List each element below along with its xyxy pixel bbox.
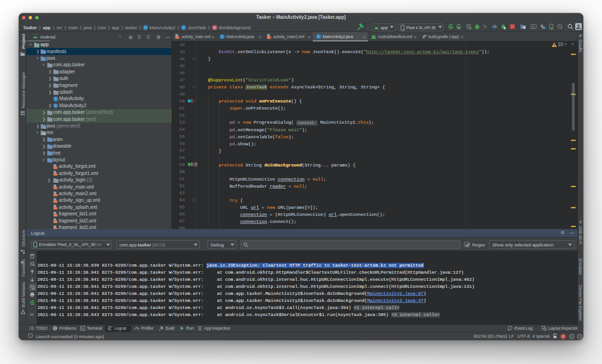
- svg-text:A: A: [458, 26, 460, 29]
